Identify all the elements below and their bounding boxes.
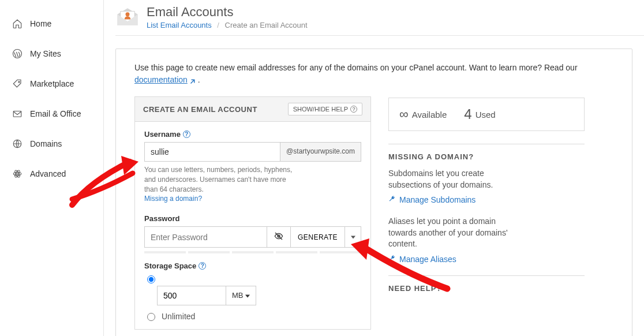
create-account-form: CREATE AN EMAIL ACCOUNT SHOW/HIDE HELP? … — [134, 96, 371, 330]
toggle-password-visibility-button[interactable] — [267, 226, 291, 248]
external-link-icon — [189, 77, 196, 84]
used-stat: 4 Used — [464, 106, 495, 122]
content-panel: Use this page to create new email addres… — [115, 48, 632, 336]
account-stats: ∞ Available 4 Used — [388, 98, 585, 131]
password-input[interactable] — [144, 226, 267, 248]
svg-point-8 — [126, 12, 130, 16]
eye-off-icon — [274, 232, 283, 242]
home-icon — [12, 18, 23, 29]
storage-unlimited-radio[interactable] — [147, 313, 155, 321]
breadcrumb: List Email Accounts / Create an Email Ac… — [147, 21, 308, 29]
sidebar-item-label: Home — [30, 19, 51, 28]
page-header: Email Accounts List Email Accounts / Cre… — [115, 0, 644, 36]
tag-icon — [12, 78, 23, 89]
main-content: Email Accounts List Email Accounts / Cre… — [104, 0, 644, 336]
username-input[interactable] — [144, 142, 280, 162]
wrench-icon — [388, 255, 396, 264]
sidebar-item-email[interactable]: Email & Office — [0, 99, 103, 129]
storage-fixed-radio[interactable] — [147, 275, 155, 283]
sidebar-item-marketplace[interactable]: Marketplace — [0, 69, 103, 99]
need-help-heading: NEED HELP? — [388, 275, 585, 293]
missing-domain-heading: MISSING A DOMAIN? — [388, 144, 585, 161]
atom-icon — [12, 168, 23, 180]
svg-point-5 — [13, 172, 21, 176]
sidebar-item-home[interactable]: Home — [0, 9, 103, 39]
show-hide-help-button[interactable]: SHOW/HIDE HELP? — [288, 103, 362, 115]
domain-suffix[interactable]: @startyourwpsite.com — [280, 142, 361, 162]
password-label: Password — [144, 214, 361, 223]
help-icon[interactable]: ? — [183, 130, 190, 138]
page-title: Email Accounts — [147, 5, 308, 20]
manage-subdomains-link[interactable]: Manage Subdomains — [388, 195, 585, 204]
envelope-icon — [12, 108, 23, 120]
caret-down-icon — [351, 233, 355, 241]
available-stat: ∞ Available — [399, 107, 447, 122]
wrench-icon — [388, 195, 396, 204]
subdomains-text: Subdomains let you create subsections of… — [388, 168, 515, 191]
breadcrumb-sep: / — [217, 21, 219, 29]
documentation-link[interactable]: documentation — [134, 75, 188, 84]
missing-domain-link[interactable]: Missing a domain? — [144, 195, 202, 203]
generate-password-button[interactable]: GENERATE — [291, 226, 345, 248]
sidebar-item-label: My Sites — [30, 49, 61, 58]
sidebar-item-label: Domains — [30, 139, 62, 148]
sidebar-item-mysites[interactable]: My Sites — [0, 39, 103, 69]
sidebar-item-label: Marketplace — [30, 79, 74, 88]
side-column: ∞ Available 4 Used MISSING A DOMAIN? Sub… — [388, 96, 585, 300]
storage-label: Storage Space ? — [144, 262, 361, 270]
svg-point-1 — [18, 81, 20, 83]
form-header: CREATE AN EMAIL ACCOUNT SHOW/HIDE HELP? — [135, 97, 370, 122]
globe-icon — [12, 138, 23, 150]
storage-value-input[interactable] — [157, 286, 226, 305]
question-icon: ? — [350, 106, 357, 113]
svg-point-4 — [17, 173, 18, 175]
sidebar-item-label: Advanced — [30, 169, 66, 178]
help-icon[interactable]: ? — [199, 262, 206, 270]
intro-text: Use this page to create new email addres… — [134, 62, 613, 86]
breadcrumb-link[interactable]: List Email Accounts — [147, 21, 212, 29]
sidebar: Home My Sites Marketplace Email & Office… — [0, 0, 104, 336]
breadcrumb-current: Create an Email Account — [225, 21, 308, 29]
form-title: CREATE AN EMAIL ACCOUNT — [143, 105, 257, 114]
sidebar-item-advanced[interactable]: Advanced — [0, 159, 103, 189]
storage-unit-select[interactable]: MB — [226, 286, 256, 305]
unlimited-label: Unlimited — [162, 312, 195, 321]
svg-rect-2 — [13, 111, 21, 117]
sidebar-item-label: Email & Office — [30, 109, 81, 118]
username-help-text: You can use letters, numbers, periods, h… — [144, 165, 294, 204]
generate-dropdown-button[interactable] — [345, 226, 361, 248]
password-strength-meter — [144, 251, 361, 253]
infinity-icon: ∞ — [399, 107, 409, 122]
email-accounts-icon — [115, 5, 140, 29]
username-label: Username ? — [144, 130, 361, 139]
wordpress-icon — [12, 48, 23, 59]
manage-aliases-link[interactable]: Manage Aliases — [388, 255, 585, 264]
sidebar-item-domains[interactable]: Domains — [0, 129, 103, 159]
aliases-text: Aliases let you point a domain towards a… — [388, 216, 515, 250]
